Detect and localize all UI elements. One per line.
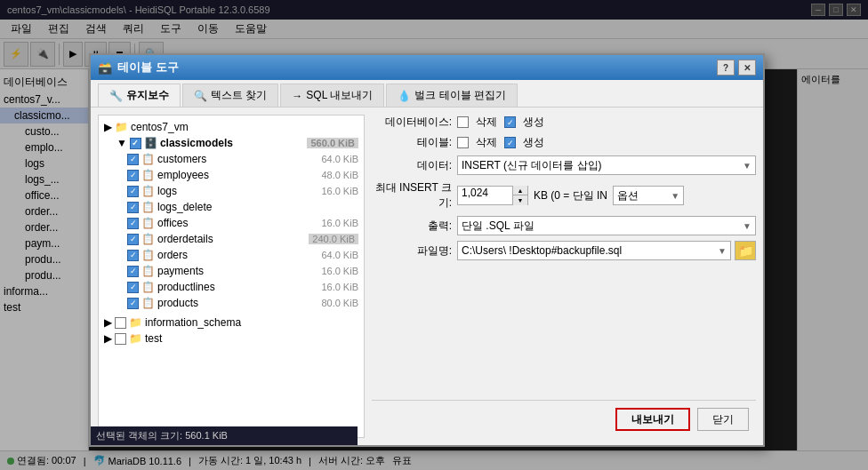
checkbox-customers[interactable] bbox=[127, 154, 139, 165]
form-spacer bbox=[372, 266, 756, 400]
checkbox-orderdetails[interactable] bbox=[127, 234, 139, 245]
table-size-logs: 16.0 KiB bbox=[321, 186, 358, 196]
table-size-orderdetails: 240.0 KiB bbox=[309, 234, 358, 244]
export-button[interactable]: 내보내기 bbox=[615, 408, 690, 431]
table-icon-productlines: 📋 bbox=[141, 281, 155, 293]
tab-sql-export[interactable]: → SQL 내보내기 bbox=[280, 84, 384, 107]
table-label-orderdetails: orderdetails bbox=[157, 233, 213, 245]
max-insert-spinner: 1,024 ▲ ▼ bbox=[457, 186, 528, 205]
output-label: 출력: bbox=[372, 219, 452, 234]
tab-maintenance[interactable]: 🔧 유지보수 bbox=[98, 84, 181, 107]
table-delete-label: 삭제 bbox=[476, 135, 497, 150]
filename-select[interactable]: C:\Users\ !Desktop#backupfile.sql ▼ bbox=[457, 241, 731, 260]
data-label: 데이터: bbox=[372, 158, 452, 173]
modal-content: ▶ 📁 centos7_vm ▼ 🗄️ classicmodels 560.0 … bbox=[91, 108, 763, 445]
modal-tree-panel: ▶ 📁 centos7_vm ▼ 🗄️ classicmodels 560.0 … bbox=[98, 115, 365, 438]
db-icon-classicmodels: 🗄️ bbox=[144, 137, 157, 149]
output-select[interactable]: 단일 .SQL 파일 ▼ bbox=[457, 216, 756, 235]
checkbox-orders[interactable] bbox=[127, 250, 139, 261]
max-insert-value[interactable]: 1,024 bbox=[458, 187, 512, 204]
table-size-offices: 16.0 KiB bbox=[321, 218, 358, 228]
table-icon-logs: 📋 bbox=[141, 185, 155, 197]
db-size-label: 560.0 KiB bbox=[307, 138, 358, 148]
table-form-label: 테이블: bbox=[372, 135, 452, 150]
output-arrow: ▼ bbox=[743, 221, 751, 231]
checkbox-info-schema[interactable] bbox=[115, 317, 126, 329]
db-label: 데이터베이스: bbox=[372, 115, 452, 130]
table-label-offices: offices bbox=[157, 217, 188, 229]
tree-table-logs-delete[interactable]: 📋 logs_delete bbox=[102, 199, 360, 215]
db-delete-checkbox[interactable] bbox=[457, 116, 469, 128]
tree-info-schema[interactable]: ▶ 📁 information_schema bbox=[102, 315, 360, 331]
data-select[interactable]: INSERT (신규 데이터를 삽입) ▼ bbox=[457, 155, 756, 175]
options-arrow: ▼ bbox=[671, 191, 679, 201]
table-label-logs-delete: logs_delete bbox=[157, 201, 212, 213]
checkbox-offices[interactable] bbox=[127, 218, 139, 229]
tree-table-productlines[interactable]: 📋 productlines 16.0 KiB bbox=[102, 279, 360, 295]
maintenance-icon: 🔧 bbox=[109, 90, 123, 102]
checkbox-logs-delete[interactable] bbox=[127, 202, 139, 213]
table-create-checkbox[interactable] bbox=[504, 137, 516, 148]
file-input-row: C:\Users\ !Desktop#backupfile.sql ▼ 📁 bbox=[457, 241, 756, 260]
bulk-editor-icon: 💧 bbox=[398, 90, 411, 102]
tree-table-orders[interactable]: 📋 orders 64.0 KiB bbox=[102, 247, 360, 263]
table-size-payments: 16.0 KiB bbox=[321, 266, 358, 276]
table-size-productlines: 16.0 KiB bbox=[321, 282, 358, 292]
table-size-employees: 48.0 KiB bbox=[321, 170, 358, 180]
checkbox-classicmodels[interactable] bbox=[130, 138, 141, 149]
modal-footer: 내보내기 닫기 bbox=[372, 400, 756, 438]
selected-info-text: 선택된 객체의 크기: 560.1 KiB bbox=[98, 430, 228, 438]
checkbox-payments[interactable] bbox=[127, 266, 139, 277]
modal-close-btn[interactable]: ✕ bbox=[738, 60, 756, 76]
checkbox-productlines[interactable] bbox=[127, 282, 139, 293]
form-row-data: 데이터: INSERT (신규 데이터를 삽입) ▼ bbox=[372, 155, 756, 175]
table-size-products: 80.0 KiB bbox=[321, 298, 358, 308]
checkbox-employees[interactable] bbox=[127, 170, 139, 181]
tab-text-search[interactable]: 🔍 텍스트 찾기 bbox=[182, 84, 278, 107]
checkbox-logs[interactable] bbox=[127, 186, 139, 197]
tab-bulk-editor[interactable]: 💧 벌크 테이블 편집기 bbox=[386, 84, 518, 107]
tree-table-payments[interactable]: 📋 payments 16.0 KiB bbox=[102, 263, 360, 279]
options-select[interactable]: 옵션 ▼ bbox=[613, 186, 684, 205]
table-icon-offices: 📋 bbox=[141, 217, 155, 229]
table-icon-orders: 📋 bbox=[141, 249, 155, 261]
checkbox-products[interactable] bbox=[127, 298, 139, 309]
tab-bulk-editor-label: 벌크 테이블 편집기 bbox=[414, 88, 506, 103]
tree-test[interactable]: ▶ 📁 test bbox=[102, 331, 360, 347]
tree-expand-test: ▶ bbox=[104, 332, 112, 345]
modal-close-button[interactable]: 닫기 bbox=[697, 408, 749, 431]
spinner-up[interactable]: ▲ bbox=[513, 186, 527, 195]
db-create-checkbox[interactable] bbox=[504, 116, 516, 128]
table-size-customers: 64.0 KiB bbox=[321, 154, 358, 164]
file-browse-btn[interactable]: 📁 bbox=[735, 241, 756, 260]
tree-table-offices[interactable]: 📋 offices 16.0 KiB bbox=[102, 215, 360, 231]
spinner-down[interactable]: ▼ bbox=[513, 195, 527, 205]
form-row-output: 출력: 단일 .SQL 파일 ▼ bbox=[372, 216, 756, 235]
table-delete-checkbox[interactable] bbox=[457, 137, 469, 148]
tree-db-classicmodels[interactable]: ▼ 🗄️ classicmodels 560.0 KiB bbox=[102, 135, 360, 151]
form-row-table: 테이블: 삭제 생성 bbox=[372, 135, 756, 150]
table-label-payments: payments bbox=[157, 265, 204, 277]
data-select-value: INSERT (신규 데이터를 삽입) bbox=[462, 158, 602, 173]
output-value: 단일 .SQL 파일 bbox=[462, 219, 534, 234]
tree-table-products[interactable]: 📋 products 80.0 KiB bbox=[102, 295, 360, 311]
table-label-orders: orders bbox=[157, 249, 188, 261]
modal-overlay: 🗃️ 테이블 도구 ? ✕ 🔧 유지보수 🔍 텍스트 찾기 → SQL 내보내기 bbox=[0, 0, 868, 470]
spinner-buttons: ▲ ▼ bbox=[512, 186, 527, 205]
db-delete-label: 삭제 bbox=[476, 115, 497, 130]
tree-table-orderdetails[interactable]: 📋 orderdetails 240.0 KiB bbox=[102, 231, 360, 247]
modal-help-btn[interactable]: ? bbox=[717, 60, 735, 76]
tree-root-label: centos7_vm bbox=[131, 121, 189, 133]
checkbox-test[interactable] bbox=[115, 333, 126, 345]
tab-maintenance-label: 유지보수 bbox=[126, 88, 169, 103]
text-search-icon: 🔍 bbox=[194, 90, 207, 102]
tree-table-logs[interactable]: 📋 logs 16.0 KiB bbox=[102, 183, 360, 199]
tree-root-centos7[interactable]: ▶ 📁 centos7_vm bbox=[102, 119, 360, 135]
tree-table-employees[interactable]: 📋 employees 48.0 KiB bbox=[102, 167, 360, 183]
tree-db-label: classicmodels bbox=[160, 137, 233, 149]
sql-export-icon: → bbox=[292, 90, 302, 102]
db-checkboxes: 삭제 생성 bbox=[457, 115, 544, 130]
table-icon-employees: 📋 bbox=[141, 169, 155, 181]
tree-table-customers[interactable]: 📋 customers 64.0 KiB bbox=[102, 151, 360, 167]
modal-tabs: 🔧 유지보수 🔍 텍스트 찾기 → SQL 내보내기 💧 벌크 테이블 편집기 bbox=[91, 80, 763, 108]
